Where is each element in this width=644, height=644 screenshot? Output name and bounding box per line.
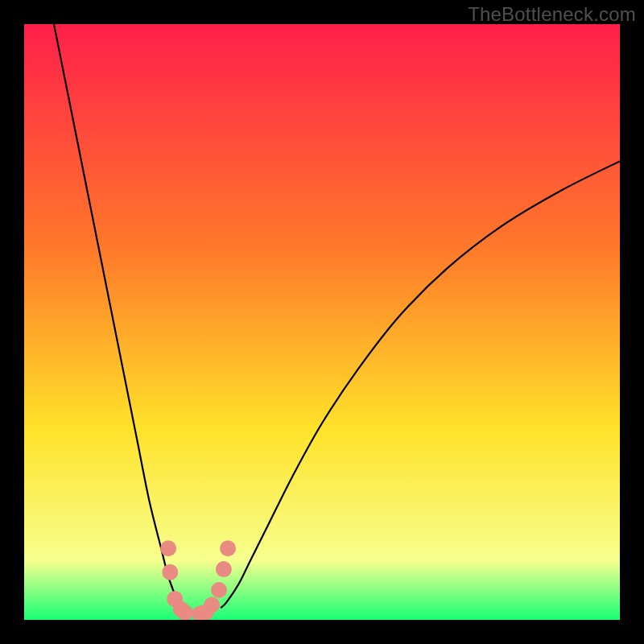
chart-marker xyxy=(162,564,178,580)
chart-frame: TheBottleneck.com xyxy=(0,0,644,644)
chart-svg xyxy=(24,24,620,620)
chart-marker xyxy=(204,597,220,613)
chart-marker xyxy=(211,582,227,598)
chart-marker xyxy=(220,540,236,556)
watermark-text: TheBottleneck.com xyxy=(468,3,636,26)
chart-marker xyxy=(160,540,176,556)
chart-marker xyxy=(216,561,232,577)
chart-plot-area xyxy=(24,24,620,620)
